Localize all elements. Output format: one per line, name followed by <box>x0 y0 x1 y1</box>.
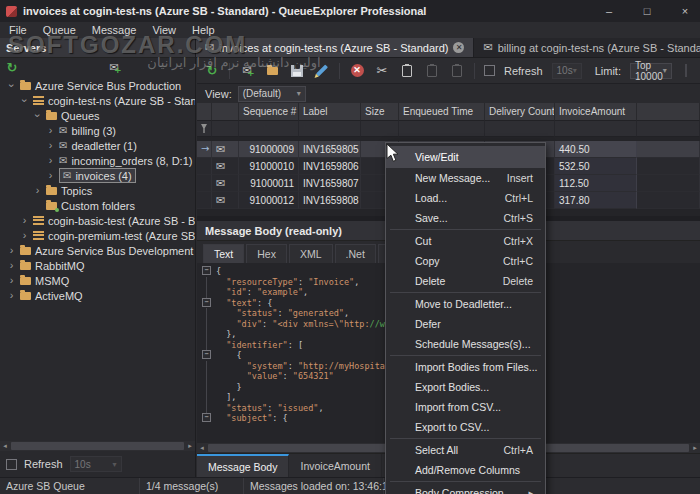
scrollbar-thumb[interactable] <box>11 442 184 450</box>
filter-cell[interactable] <box>197 121 212 137</box>
new-message-icon[interactable]: ✉+ <box>239 63 255 79</box>
expand-icon[interactable]: › <box>33 185 42 196</box>
column-header-delivery-count[interactable]: Delivery Count <box>485 103 555 121</box>
menu-help[interactable]: Help <box>184 24 223 36</box>
expand-icon[interactable]: › <box>20 215 29 226</box>
menu-file[interactable]: File <box>1 24 35 36</box>
menu-item-defer[interactable]: Defer <box>386 314 545 334</box>
column-header-sequence-[interactable]: Sequence # <box>239 103 299 121</box>
auto-refresh-checkbox[interactable] <box>484 65 495 76</box>
column-header-enqueued-time[interactable]: Enqueued Time <box>399 103 485 121</box>
open-folder-icon[interactable] <box>264 63 280 79</box>
menu-item-delete[interactable]: DeleteDelete <box>386 271 545 291</box>
column-header-blank[interactable] <box>197 103 212 121</box>
columns-icon[interactable] <box>685 64 687 77</box>
expand-icon[interactable]: › <box>7 290 16 301</box>
menu-item-new-message[interactable]: New Message...Insert <box>386 168 545 188</box>
limit-select[interactable]: Top 10000▾ <box>630 63 672 79</box>
minimize-button[interactable]: – <box>602 5 616 17</box>
fold-minus-box[interactable]: − <box>202 266 211 275</box>
tree-item[interactable]: ›Queues <box>0 108 195 123</box>
menu-view[interactable]: View <box>144 24 184 36</box>
tree-item[interactable]: Custom folders <box>0 198 195 213</box>
scroll-left-icon[interactable]: ◂ <box>0 442 10 450</box>
tree-item[interactable]: ›ActiveMQ <box>0 288 195 303</box>
menu-message[interactable]: Message <box>84 24 145 36</box>
collapse-icon[interactable]: › <box>19 96 30 105</box>
expand-icon[interactable]: › <box>7 260 16 271</box>
menu-item-export-to-csv[interactable]: Export to CSV... <box>386 417 545 437</box>
menu-item-export-bodies[interactable]: Export Bodies... <box>386 377 545 397</box>
copy-icon[interactable] <box>399 63 415 79</box>
body-tab-hex[interactable]: Hex <box>246 244 287 263</box>
expand-icon[interactable]: › <box>46 140 55 151</box>
scroll-left-icon[interactable]: ◂ <box>197 444 207 452</box>
tree-horizontal-scrollbar[interactable]: ◂ ▸ <box>0 441 195 451</box>
filter-cell[interactable] <box>299 121 361 137</box>
menu-item-schedule-messages-s[interactable]: Schedule Messages(s)... <box>386 334 545 354</box>
collapse-icon[interactable]: › <box>6 81 17 90</box>
tab-close-icon[interactable]: ✕ <box>453 42 464 53</box>
fold-minus-box[interactable]: − <box>202 413 211 422</box>
expand-icon[interactable]: › <box>46 125 55 136</box>
fold-toggle-icon[interactable]: − <box>197 350 216 361</box>
filter-cell[interactable] <box>399 121 485 137</box>
tree-item[interactable]: ›RabbitMQ <box>0 258 195 273</box>
menu-item-view-edit[interactable]: View/Edit <box>386 146 545 168</box>
expand-icon[interactable]: › <box>7 275 16 286</box>
tree-item[interactable]: ›cogin-premium-test (Azure SB - Premium) <box>0 228 195 243</box>
document-tab-1[interactable]: ✉invoices at cogin-test-ns (Azure SB - S… <box>196 38 474 57</box>
tree-auto-refresh-checkbox[interactable] <box>6 459 17 470</box>
refresh-interval-select[interactable]: 10s▾ <box>552 63 582 79</box>
tree-item[interactable]: ›Topics <box>0 183 195 198</box>
column-header-blank[interactable] <box>212 103 239 121</box>
tree-item[interactable]: ›Azure Service Bus Development <box>0 243 195 258</box>
filter-cell[interactable] <box>485 121 555 137</box>
expand-icon[interactable]: › <box>46 155 55 166</box>
tree-item[interactable]: ›cogin-basic-test (Azure SB - Basic) <box>0 213 195 228</box>
menu-item-save[interactable]: Save...Ctrl+S <box>386 208 545 228</box>
expand-icon[interactable]: › <box>7 245 16 256</box>
menu-queue[interactable]: Queue <box>35 24 84 36</box>
tree-item[interactable]: ›✉billing (3) <box>0 123 195 138</box>
filter-cell[interactable] <box>212 121 239 137</box>
add-connection-icon[interactable]: ✉+ <box>106 59 122 75</box>
tree-item[interactable]: ›✉incoming_orders (8, D:1) <box>0 153 195 168</box>
tree-item[interactable]: ›Azure Service Bus Production <box>0 78 195 93</box>
view-select[interactable]: (Default) ▾ <box>238 86 306 102</box>
menu-item-load[interactable]: Load...Ctrl+L <box>386 188 545 208</box>
maximize-button[interactable]: □ <box>640 5 654 17</box>
body-tab-xml[interactable]: XML <box>289 244 333 263</box>
fold-minus-box[interactable]: − <box>202 298 211 307</box>
close-button[interactable]: × <box>678 5 692 17</box>
filter-cell[interactable] <box>555 121 637 137</box>
body-tab-net[interactable]: .Net <box>335 244 376 263</box>
menu-item-move-to-deadletter[interactable]: Move to Deadletter... <box>386 294 545 314</box>
filter-cell[interactable] <box>361 121 399 137</box>
bottom-tab-message-body[interactable]: Message Body <box>197 454 289 477</box>
menu-item-import-bodies-from-files[interactable]: Import Bodies from Files... <box>386 357 545 377</box>
tree-item[interactable]: ›✉invoices (4) <box>0 168 195 183</box>
menu-item-add-remove-columns[interactable]: Add/Remove Columns <box>386 460 545 480</box>
refresh-servers-icon[interactable]: ↻ <box>4 59 20 75</box>
refresh-icon[interactable]: ↻ <box>204 63 220 79</box>
column-header-invoiceamount[interactable]: InvoiceAmount <box>555 103 637 121</box>
scroll-right-icon[interactable]: ▸ <box>690 444 700 452</box>
expand-icon[interactable]: › <box>20 230 29 241</box>
tree-item[interactable]: ›cogin-test-ns (Azure SB - Standard) <box>0 93 195 108</box>
column-header-label[interactable]: Label <box>299 103 361 121</box>
menu-item-copy[interactable]: CopyCtrl+C <box>386 251 545 271</box>
menu-item-body-compression[interactable]: Body Compression▸ <box>386 483 545 494</box>
fold-toggle-icon[interactable]: − <box>197 298 216 309</box>
delete-icon[interactable]: ✕ <box>349 63 365 79</box>
column-header-size[interactable]: Size <box>361 103 399 121</box>
tree-item[interactable]: ›MSMQ <box>0 273 195 288</box>
bottom-tab-invoiceamount[interactable]: InvoiceAmount <box>289 454 381 477</box>
tree-selected-node[interactable]: ✉invoices (4) <box>59 168 136 183</box>
scroll-right-icon[interactable]: ▸ <box>185 442 195 450</box>
expand-icon[interactable]: › <box>46 170 55 181</box>
cut-icon[interactable]: ✂ <box>374 63 390 79</box>
document-tab-2[interactable]: ✉billing at cogin-test-ns (Azure SB - St… <box>474 38 700 57</box>
menu-item-cut[interactable]: CutCtrl+X <box>386 231 545 251</box>
fold-toggle-icon[interactable]: − <box>197 413 216 424</box>
